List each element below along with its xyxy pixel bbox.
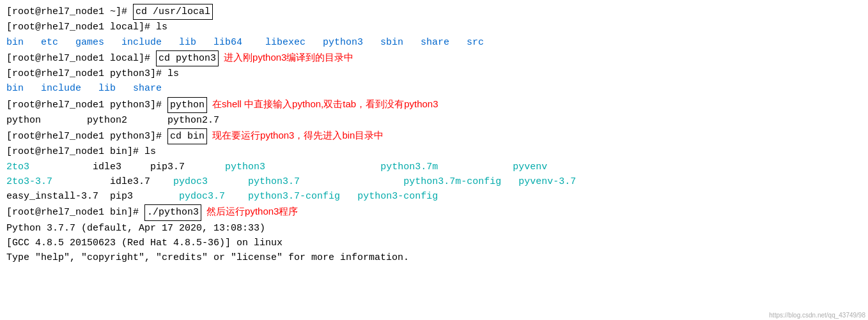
ls-output: pydoc3 (173, 174, 208, 189)
ls-output: bin etc games (6, 35, 121, 50)
terminal-line: Type "help", "copyright", "credits" or "… (6, 250, 862, 265)
annotation: 进入刚python3编译到的目录中 (224, 50, 353, 65)
ls-output: python3 (225, 160, 265, 174)
ls-output: include (121, 35, 179, 50)
prompt: [root@rhel7_node1 python3]# ls (6, 66, 179, 81)
ls-output: python3.7m-config (403, 174, 501, 189)
command-run-python3: ./python3 (144, 204, 201, 220)
ls-output: pyvenv-3.7 (518, 174, 576, 189)
ls-output: python3-config (357, 189, 438, 204)
terminal-line: [root@rhel7_node1 bin]# ls (6, 144, 862, 159)
command-cd-usr-local: cd /usr/local (133, 4, 213, 20)
prompt: [root@rhel7_node1 local]# (6, 51, 156, 66)
ls-output: bin include lib share (6, 81, 162, 96)
command-python: python (167, 97, 207, 113)
terminal-line: [root@rhel7_node1 python3]# ls (6, 66, 862, 81)
ls-output: lib lib64 libexec python3 sbin share src (179, 35, 484, 50)
output-text: [GCC 4.8.5 20150623 (Red Hat 4.8.5-36)] … (6, 236, 283, 250)
prompt: [root@rhel7_node1 ~]# (6, 4, 133, 19)
terminal-line: bin include lib share (6, 81, 862, 96)
terminal-line: [root@rhel7_node1 python3]# python 在shel… (6, 96, 862, 113)
terminal-line: python python2 python2.7 (6, 113, 862, 128)
output-text: Type "help", "copyright", "credits" or "… (6, 250, 409, 265)
ls-output: idle3 (29, 160, 121, 174)
ls-output (265, 160, 380, 174)
ls-output (300, 174, 403, 189)
annotation: 然后运行python3程序 (206, 204, 298, 218)
ls-output: easy_install-3.7 pip3 (6, 189, 179, 204)
command-cd-bin: cd bin (167, 128, 207, 144)
terminal-line: [root@rhel7_node1 bin]# ./python3 然后运行py… (6, 204, 862, 220)
ls-output: python python2 python2.7 (6, 113, 219, 128)
ls-output (185, 160, 225, 174)
ls-output: idle3.7 (52, 174, 150, 189)
terminal-line: [root@rhel7_node1 local]# cd python3 进入刚… (6, 50, 862, 66)
terminal-line: [root@rhel7_node1 ~]# cd /usr/local (6, 4, 862, 20)
ls-output (150, 174, 173, 189)
terminal-line: bin etc games include lib lib64 libexec … (6, 35, 862, 50)
ls-output (340, 189, 357, 204)
ls-output: pyvenv (513, 160, 547, 174)
ls-output: 2to3-3.7 (6, 174, 52, 189)
ls-output: 2to3 (6, 160, 29, 174)
ls-output (501, 174, 518, 189)
ls-output: python3.7 (248, 174, 300, 189)
terminal-line: [root@rhel7_node1 local]# ls (6, 20, 862, 34)
prompt: [root@rhel7_node1 python3]# (6, 98, 167, 112)
prompt: [root@rhel7_node1 bin]# (6, 205, 144, 220)
terminal-line: easy_install-3.7 pip3 pydoc3.7 python3.7… (6, 189, 862, 204)
terminal-line: 2to3-3.7 idle3.7 pydoc3 python3.7 python… (6, 174, 862, 189)
prompt: [root@rhel7_node1 python3]# (6, 129, 167, 144)
command-cd-python3: cd python3 (156, 50, 219, 66)
ls-output (225, 189, 248, 204)
terminal: [root@rhel7_node1 ~]# cd /usr/local [roo… (0, 0, 868, 269)
ls-output: pip3.7 (121, 160, 185, 174)
ls-output: python3.7-config (248, 189, 340, 204)
annotation: 现在要运行python3，得先进入bin目录中 (212, 128, 384, 142)
terminal-line: [GCC 4.8.5 20150623 (Red Hat 4.8.5-36)] … (6, 236, 862, 250)
output-text: Python 3.7.7 (default, Apr 17 2020, 13:0… (6, 221, 265, 236)
ls-output: pydoc3.7 (179, 189, 225, 204)
terminal-line: [root@rhel7_node1 python3]# cd bin 现在要运行… (6, 128, 862, 144)
prompt: [root@rhel7_node1 bin]# ls (6, 144, 156, 159)
annotation: 在shell 中直接输入python,双击tab，看到没有python3 (212, 96, 438, 111)
ls-output (208, 174, 248, 189)
terminal-line: Python 3.7.7 (default, Apr 17 2020, 13:0… (6, 221, 862, 236)
ls-output (438, 160, 513, 174)
terminal-line: 2to3 idle3 pip3.7 python3 python3.7m pyv… (6, 160, 862, 174)
ls-output: python3.7m (380, 160, 438, 174)
watermark: https://blog.csdn.net/qq_43749/98 (769, 312, 865, 319)
prompt: [root@rhel7_node1 local]# ls (6, 20, 167, 34)
